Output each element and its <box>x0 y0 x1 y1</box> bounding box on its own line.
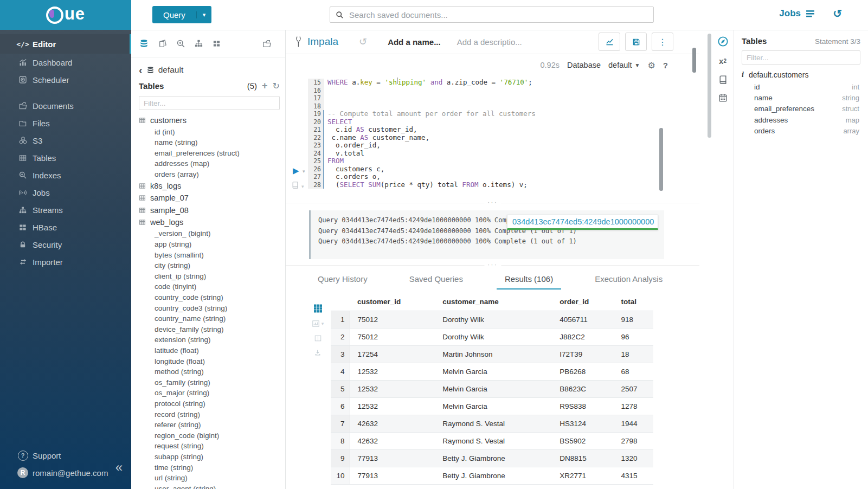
column-item[interactable]: device_family (string) <box>139 324 280 335</box>
functions-icon[interactable]: x2 <box>719 56 726 66</box>
help-icon[interactable]: ? <box>663 61 668 70</box>
assist-column-name[interactable]: namestring <box>742 92 860 103</box>
assist-column-addresses[interactable]: addressesmap <box>742 114 860 125</box>
column-item[interactable]: city (string) <box>139 260 280 271</box>
drag-handle-icon[interactable]: ··· <box>484 261 501 268</box>
tab-query-history[interactable]: Query History <box>310 271 376 289</box>
column-item[interactable]: client_ip (string) <box>139 271 280 282</box>
result-row[interactable]: 1077913Betty J. GiambroneXR27714315 <box>331 467 653 485</box>
chevron-down-icon[interactable]: ▾ <box>322 321 324 326</box>
column-item[interactable]: longitude (float) <box>139 356 280 367</box>
reference-caret[interactable]: ▾ <box>301 184 304 189</box>
column-item[interactable]: code (tinyint) <box>139 281 280 292</box>
columns-icon[interactable] <box>314 334 322 342</box>
database-icon[interactable] <box>139 39 149 48</box>
column-item[interactable]: orders (array) <box>139 169 280 180</box>
sidebar-item-dashboard[interactable]: Dashboard <box>0 54 131 71</box>
folder-icon[interactable] <box>262 39 272 48</box>
collapse-sidebar-button[interactable]: « <box>115 460 123 475</box>
table-filter-input[interactable] <box>139 96 280 110</box>
code-scrollbar[interactable] <box>659 128 663 191</box>
code-line-18[interactable]: 18 <box>308 102 678 111</box>
back-chevron-icon[interactable]: ‹ <box>139 67 143 73</box>
column-item[interactable]: addresses (map) <box>139 158 280 169</box>
assist-panel-scrollbar[interactable] <box>708 34 711 138</box>
sidebar-item-indexes[interactable]: Indexes <box>0 166 131 184</box>
execute-options-caret[interactable]: ▾ <box>303 169 305 174</box>
result-row[interactable]: 412532Melvin GarciaPB626868 <box>331 363 653 381</box>
code-line-16[interactable]: 16 <box>308 87 678 95</box>
column-item[interactable]: name (string) <box>139 137 280 148</box>
hue-logo[interactable]: ue <box>0 0 131 30</box>
log-resize-divider[interactable]: ··· <box>286 203 699 203</box>
active-table-item[interactable]: i default.customers <box>742 70 860 79</box>
column-item[interactable]: record (string) <box>139 409 280 420</box>
table-item-sample-08[interactable]: sample_08 <box>139 204 280 216</box>
jobs-link[interactable]: Jobs <box>779 8 815 19</box>
save-button[interactable] <box>625 33 647 51</box>
result-row[interactable]: 175012Dorothy Wilk4056711918 <box>331 311 653 329</box>
sitemap-icon[interactable] <box>194 39 203 48</box>
column-item[interactable]: os_family (string) <box>139 377 280 388</box>
sidebar-item-importer[interactable]: Importer <box>0 253 131 271</box>
copy-documents-icon[interactable] <box>158 39 168 48</box>
column-item[interactable]: time (string) <box>139 462 280 473</box>
column-header-order-id[interactable]: order_id <box>552 292 613 311</box>
sidebar-item-documents[interactable]: Documents <box>0 97 131 114</box>
table-item-k8s-logs[interactable]: k8s_logs <box>139 179 280 192</box>
sidebar-item-security[interactable]: Security <box>0 236 131 253</box>
query-description-field[interactable]: Add a descriptio... <box>457 37 522 47</box>
assist-column-email-preferences[interactable]: email_preferencesstruct <box>742 104 860 114</box>
new-query-button[interactable]: Query ▾ <box>152 6 211 23</box>
more-actions-button[interactable]: ⋮ <box>652 33 673 51</box>
code-line-24[interactable]: 24 v.total <box>308 150 678 158</box>
query-dropdown-caret[interactable]: ▾ <box>196 11 212 18</box>
tab-results-106[interactable]: Results (106) <box>497 271 561 289</box>
code-editor[interactable]: ▶ ▾ ▾ 15WHERE a.key = 'shipping' and a.z… <box>286 76 699 201</box>
column-item[interactable]: app (string) <box>139 239 280 250</box>
drag-handle-icon[interactable]: ··· <box>484 198 501 206</box>
grid-icon[interactable] <box>212 40 221 48</box>
column-item[interactable]: country_code (string) <box>139 292 280 303</box>
table-item-web-logs[interactable]: web_logs <box>139 216 280 229</box>
column-item[interactable]: id (int) <box>139 127 280 138</box>
compass-icon[interactable] <box>717 36 729 47</box>
column-item[interactable]: country_name (string) <box>139 313 280 324</box>
bar-chart-icon[interactable] <box>312 320 320 327</box>
tab-execution-analysis[interactable]: Execution Analysis <box>587 271 671 289</box>
reference-book-icon[interactable] <box>718 75 728 84</box>
result-row[interactable]: 977913Betty J. GiambroneDN88151320 <box>331 450 653 467</box>
current-database[interactable]: default <box>158 65 184 75</box>
code-line-21[interactable]: 21 c.id AS customer_id, <box>308 126 678 134</box>
create-table-icon[interactable]: + <box>262 80 268 92</box>
database-select[interactable]: default ▼ <box>608 61 640 69</box>
query-history-icon[interactable]: ↺ <box>833 7 842 20</box>
calendar-icon[interactable] <box>718 93 728 102</box>
results-resize-divider[interactable]: ··· <box>286 265 699 266</box>
code-line-22[interactable]: 22 c.name AS customer_name, <box>308 134 678 142</box>
column-item[interactable]: bytes (smallint) <box>139 250 280 261</box>
column-item[interactable]: email_preferences (struct) <box>139 148 280 159</box>
column-item[interactable]: protocol (string) <box>139 398 280 409</box>
sidebar-item-s3[interactable]: S3 <box>0 132 131 149</box>
code-line-17[interactable]: 17 <box>308 94 678 102</box>
result-row[interactable]: 742632Raymond S. VestalHS31241944 <box>331 415 653 433</box>
code-line-23[interactable]: 23 o.order_id, <box>308 141 678 150</box>
assist-filter-input[interactable] <box>742 50 860 65</box>
code-line-25[interactable]: 25FROM <box>308 157 678 165</box>
sidebar-item-editor[interactable]: </>Editor <box>0 34 131 54</box>
sidebar-item-support[interactable]: ?Support <box>0 447 131 464</box>
code-line-27[interactable]: 27 c.orders o, <box>308 173 678 181</box>
column-item[interactable]: _version_ (bigint) <box>139 228 280 239</box>
column-item[interactable]: user_agent (string) <box>139 484 280 489</box>
chart-settings-button[interactable] <box>599 33 620 51</box>
column-item[interactable]: os_major (string) <box>139 388 280 398</box>
query-name-field[interactable]: Add a name... <box>388 37 441 47</box>
code-line-15[interactable]: 15WHERE a.key = 'shipping' and a.zip_cod… <box>308 79 678 87</box>
page-scrollbar[interactable] <box>692 48 696 73</box>
column-item[interactable]: method (string) <box>139 366 280 377</box>
search-input[interactable] <box>348 10 648 20</box>
column-item[interactable]: latitude (float) <box>139 345 280 356</box>
column-item[interactable]: region_code (bigint) <box>139 430 280 441</box>
column-header-total[interactable]: total <box>614 292 653 311</box>
